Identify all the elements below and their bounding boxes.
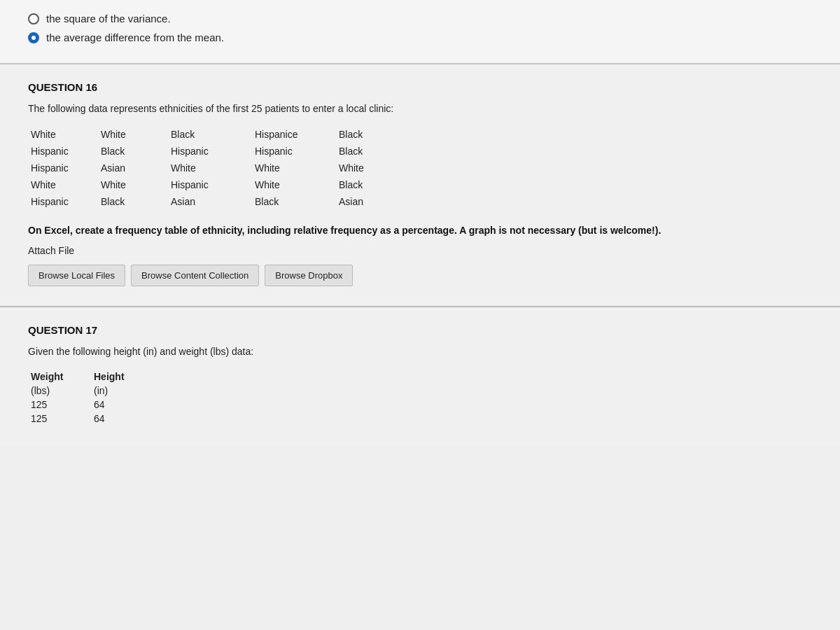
radio-icon-mean [28, 32, 39, 43]
question-16-label: QUESTION 16 [28, 81, 812, 93]
eth-r2c2: Black [98, 144, 168, 159]
q16-instruction: On Excel, create a frequency table of et… [28, 223, 812, 238]
eth-r3c5: White [336, 160, 406, 176]
eth-r1c2: White [98, 127, 168, 142]
eth-r4c2: White [98, 177, 168, 192]
eth-r4c4: White [252, 177, 336, 192]
question-17-block: QUESTION 17 Given the following height (… [0, 307, 840, 445]
q17-height-header: Height [91, 370, 154, 384]
browse-content-collection-button[interactable]: Browse Content Collection [131, 265, 259, 286]
eth-r4c1: White [28, 177, 98, 192]
eth-r5c3: Asian [168, 194, 252, 209]
browse-local-files-button[interactable]: Browse Local Files [28, 265, 125, 286]
radio-option-mean[interactable]: the average difference from the mean. [28, 31, 812, 43]
radio-label-variance: the square of the variance. [46, 13, 171, 24]
question-17-text: Given the following height (in) and weig… [28, 346, 812, 357]
radio-option-variance[interactable]: the square of the variance. [28, 13, 812, 24]
q17-row1-height: 64 [91, 398, 154, 412]
eth-r5c4: Black [252, 194, 336, 209]
eth-r5c1: Hispanic [28, 194, 98, 209]
eth-r5c5: Asian [336, 194, 406, 209]
eth-r3c4: White [252, 160, 336, 176]
q17-height-unit: (in) [91, 384, 154, 398]
attach-buttons: Browse Local Files Browse Content Collec… [28, 265, 812, 286]
eth-r1c5: Black [336, 127, 406, 142]
eth-r2c3: Hispanic [168, 144, 252, 159]
question-17-label: QUESTION 17 [28, 324, 812, 336]
eth-r2c4: Hispanic [252, 144, 336, 159]
q17-row2-weight: 125 [28, 412, 91, 426]
eth-r5c2: Black [98, 194, 168, 209]
eth-r3c1: Hispanic [28, 160, 98, 176]
eth-r1c3: Black [168, 127, 252, 142]
ethnicity-data-table: White White Black Hispanice Black Hispan… [28, 127, 812, 209]
eth-r3c3: White [168, 160, 252, 176]
q17-weight-unit: (lbs) [28, 384, 91, 398]
q17-row2-height: 64 [91, 412, 154, 426]
attach-file-label: Attach File [28, 245, 812, 256]
eth-r1c1: White [28, 127, 98, 142]
eth-r1c4: Hispanice [252, 127, 336, 142]
question-16-block: QUESTION 16 The following data represent… [0, 64, 840, 307]
q17-row1-weight: 125 [28, 398, 91, 412]
q17-weight-header: Weight [28, 370, 91, 384]
question-16-text: The following data represents ethnicitie… [28, 103, 812, 114]
q17-data-table: Weight Height (lbs) (in) 125 64 125 64 [28, 370, 812, 426]
eth-r2c1: Hispanic [28, 144, 98, 159]
browse-dropbox-button[interactable]: Browse Dropbox [265, 265, 353, 286]
radio-label-mean: the average difference from the mean. [46, 31, 224, 43]
eth-r3c2: Asian [98, 160, 168, 176]
radio-icon-variance [28, 13, 39, 24]
eth-r4c3: Hispanic [168, 177, 252, 192]
eth-r4c5: Black [336, 177, 406, 192]
eth-r2c5: Black [336, 144, 406, 159]
